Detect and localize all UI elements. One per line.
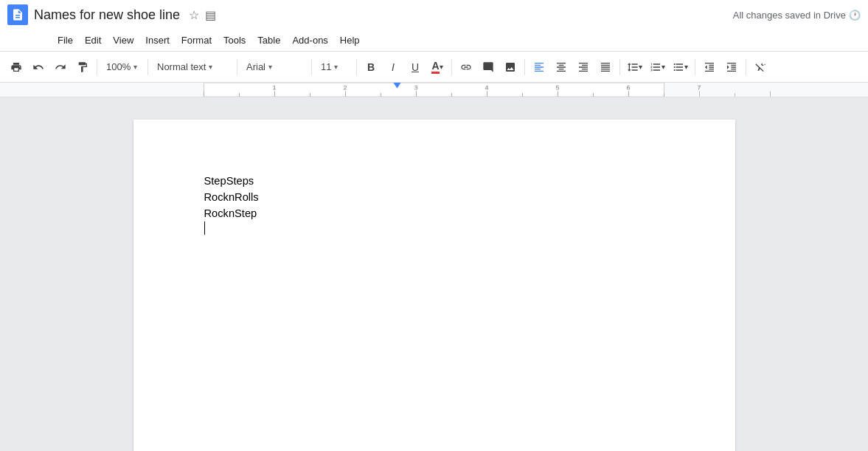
separator-7 xyxy=(524,59,525,75)
underline-button[interactable]: U xyxy=(405,56,426,78)
separator-5 xyxy=(356,59,357,75)
undo-button[interactable] xyxy=(28,56,49,78)
menu-addons[interactable]: Add-ons xyxy=(286,30,333,51)
menu-insert[interactable]: Insert xyxy=(139,30,176,51)
redo-button[interactable] xyxy=(50,56,71,78)
ruler-canvas xyxy=(0,83,868,97)
clear-format-button[interactable] xyxy=(750,56,771,78)
menu-bar: File Edit View Insert Format Tools Table… xyxy=(0,30,868,52)
zoom-chevron: ▾ xyxy=(133,63,137,71)
ruler xyxy=(0,83,868,97)
content-area[interactable]: StepSteps RocknRolls RocknStep xyxy=(0,97,868,451)
font-chevron: ▾ xyxy=(268,63,272,71)
font-size-dropdown[interactable]: 11 ▾ xyxy=(316,56,353,78)
paint-format-button[interactable] xyxy=(72,56,93,78)
cursor-line xyxy=(204,221,664,235)
font-value: Arial xyxy=(246,61,265,72)
doc-line-2: RocknRolls xyxy=(204,189,664,205)
font-dropdown[interactable]: Arial ▾ xyxy=(241,56,308,78)
document-title[interactable]: Names for new shoe line xyxy=(34,7,180,23)
separator-4 xyxy=(311,59,312,75)
bold-button[interactable]: B xyxy=(361,56,381,78)
separator-9 xyxy=(695,59,695,75)
align-center-button[interactable] xyxy=(551,56,572,78)
separator-2 xyxy=(147,59,148,75)
doc-line-1: StepSteps xyxy=(204,173,664,189)
separator-10 xyxy=(746,59,746,75)
text-color-button[interactable]: A ▾ xyxy=(427,56,448,78)
toolbar: 100% ▾ Normal text ▾ Arial ▾ 11 ▾ B I U … xyxy=(0,52,868,83)
comment-button[interactable] xyxy=(478,56,499,78)
style-value: Normal text xyxy=(157,61,206,72)
separator-3 xyxy=(237,59,237,75)
google-docs-logo xyxy=(7,4,28,25)
indent-decrease-button[interactable] xyxy=(699,56,720,78)
align-justify-button[interactable] xyxy=(595,56,616,78)
bullet-list-button[interactable]: ▾ xyxy=(670,56,691,78)
menu-format[interactable]: Format xyxy=(176,30,218,51)
text-color-chevron: ▾ xyxy=(440,63,443,71)
menu-tools[interactable]: Tools xyxy=(218,30,251,51)
numbered-list-button[interactable]: ▾ xyxy=(647,56,668,78)
clock-icon: 🕐 xyxy=(849,10,861,21)
italic-button[interactable]: I xyxy=(383,56,403,78)
menu-file[interactable]: File xyxy=(52,30,79,51)
separator-8 xyxy=(619,59,620,75)
indent-increase-button[interactable] xyxy=(721,56,742,78)
size-chevron: ▾ xyxy=(334,63,338,71)
menu-help[interactable]: Help xyxy=(334,30,366,51)
document-page[interactable]: StepSteps RocknRolls RocknStep xyxy=(133,120,735,451)
folder-icon[interactable]: ▤ xyxy=(205,8,216,22)
print-button[interactable] xyxy=(6,56,27,78)
style-chevron: ▾ xyxy=(209,63,212,71)
menu-edit[interactable]: Edit xyxy=(79,30,107,51)
text-cursor xyxy=(204,221,205,235)
line-spacing-button[interactable]: ▾ xyxy=(624,56,645,78)
separator-1 xyxy=(97,59,97,75)
star-icon[interactable]: ☆ xyxy=(189,8,199,22)
separator-6 xyxy=(451,59,452,75)
doc-line-3: RocknStep xyxy=(204,205,664,221)
align-right-button[interactable] xyxy=(573,56,594,78)
link-button[interactable] xyxy=(456,56,476,78)
style-dropdown[interactable]: Normal text ▾ xyxy=(152,56,233,78)
align-left-button[interactable] xyxy=(529,56,549,78)
document-content[interactable]: StepSteps RocknRolls RocknStep xyxy=(204,173,664,235)
title-bar: Names for new shoe line ☆ ▤ All changes … xyxy=(0,0,868,30)
zoom-dropdown[interactable]: 100% ▾ xyxy=(101,56,144,78)
zoom-value: 100% xyxy=(106,61,131,72)
font-size-value: 11 xyxy=(321,61,331,72)
save-status-text: All changes saved in Drive xyxy=(733,10,846,21)
menu-table[interactable]: Table xyxy=(251,30,286,51)
image-button[interactable] xyxy=(500,56,521,78)
save-status: All changes saved in Drive 🕐 xyxy=(733,10,861,21)
menu-view[interactable]: View xyxy=(107,30,139,51)
